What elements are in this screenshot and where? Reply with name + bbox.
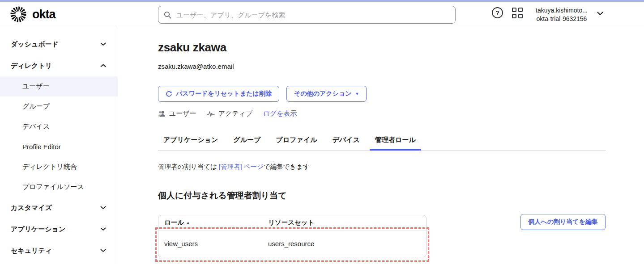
admin-note-suffix: で編集できます xyxy=(264,163,310,170)
admin-page-link[interactable]: [管理者] ページ xyxy=(219,163,264,170)
okta-logo[interactable]: okta xyxy=(10,6,55,23)
okta-burst-icon xyxy=(10,6,27,23)
user-type: ユーザー xyxy=(158,109,196,118)
table-row[interactable]: view_users users_resource xyxy=(158,230,426,257)
chevron-down-icon xyxy=(100,42,106,46)
main-content: zsaku zkawa zsaku.zkawa@atko.email パスワード… xyxy=(119,27,644,264)
sidebar-item-applications[interactable]: アプリケーション xyxy=(0,218,118,240)
user-type-label: ユーザー xyxy=(169,109,196,118)
chevron-down-icon xyxy=(100,249,106,252)
sidebar-item-directory[interactable]: ディレクトリ xyxy=(0,55,118,76)
account-name: takuya.kishimoto... xyxy=(529,6,594,15)
chevron-up-icon xyxy=(100,64,106,67)
user-icon xyxy=(158,110,166,117)
assignments-table: ロール▲ リソースセット view_users users_resource xyxy=(158,215,426,257)
reset-password-button[interactable]: パスワードをリセットまたは削除 xyxy=(158,86,279,102)
sidebar-item-profile-editor[interactable]: Profile Editor xyxy=(0,137,118,157)
account-org: okta-trial-9632156 xyxy=(529,15,594,23)
sidebar-item-customizations[interactable]: カスタマイズ xyxy=(0,197,118,218)
chevron-down-icon xyxy=(100,227,106,231)
caret-down-icon: ▼ xyxy=(355,92,359,96)
view-logs-link[interactable]: ログを表示 xyxy=(263,109,297,118)
refresh-icon xyxy=(166,91,172,97)
chevron-down-icon[interactable] xyxy=(597,12,603,16)
global-search[interactable] xyxy=(158,6,456,24)
user-status-row: ユーザー アクティブ ログを表示 xyxy=(158,109,644,118)
sidebar-item-devices[interactable]: デバイス xyxy=(0,117,118,137)
column-header-role[interactable]: ロール▲ xyxy=(158,218,268,227)
sidebar-item-security[interactable]: セキュリティ xyxy=(0,240,118,261)
user-status: アクティブ xyxy=(207,109,253,118)
sidebar-item-users[interactable]: ユーザー xyxy=(0,76,118,96)
user-email: zsaku.zkawa@atko.email xyxy=(158,63,644,70)
admin-note-prefix: 管理者の割り当ては xyxy=(158,163,219,170)
sidebar-item-profile-sources[interactable]: プロファイルソース xyxy=(0,177,118,197)
assignments-zone: ロール▲ リソースセット view_users users_resource 個… xyxy=(158,215,606,257)
search-icon xyxy=(164,11,171,19)
resource-set-cell: users_resource xyxy=(268,240,314,247)
more-actions-button[interactable]: その他のアクション ▼ xyxy=(286,86,367,102)
edit-individual-assignments-button[interactable]: 個人への割り当てを編集 xyxy=(520,214,606,230)
sidebar-item-dashboard[interactable]: ダッシュボード xyxy=(0,34,118,55)
user-actions-row: パスワードをリセットまたは削除 その他のアクション ▼ xyxy=(158,86,644,102)
okta-wordmark: okta xyxy=(32,8,55,21)
role-cell: view_users xyxy=(158,240,268,247)
section-heading: 個人に付与される管理者割り当て xyxy=(158,190,644,201)
activity-icon xyxy=(207,111,215,117)
chevron-down-icon xyxy=(100,206,106,210)
topbar: okta ? takuya.kishimoto... okta-trial-96… xyxy=(0,2,644,27)
admin-note: 管理者の割り当ては [管理者] ページで編集できます xyxy=(158,163,644,171)
tab-profile[interactable]: プロファイル xyxy=(271,136,323,150)
sidebar-item-groups[interactable]: グループ xyxy=(0,96,118,117)
user-detail-tabs: アプリケーション グループ プロファイル デバイス 管理者ロール xyxy=(158,136,606,151)
apps-grid-icon[interactable] xyxy=(512,8,523,18)
user-status-label: アクティブ xyxy=(218,109,253,118)
column-header-resource-set[interactable]: リソースセット xyxy=(268,218,315,227)
tab-groups[interactable]: グループ xyxy=(228,136,266,150)
page-title: zsaku zkawa xyxy=(158,41,644,54)
tab-devices[interactable]: デバイス xyxy=(327,136,365,150)
search-input[interactable] xyxy=(175,11,450,19)
sidebar: ダッシュボード ディレクトリ ユーザー グループ デバイス Profile Ed… xyxy=(0,27,118,264)
account-menu[interactable]: takuya.kishimoto... okta-trial-9632156 xyxy=(529,6,594,23)
table-header-row: ロール▲ リソースセット xyxy=(158,215,426,230)
help-icon[interactable]: ? xyxy=(492,7,503,18)
tab-applications[interactable]: アプリケーション xyxy=(158,136,223,150)
sort-ascending-icon: ▲ xyxy=(186,221,190,225)
sidebar-item-directory-integrations[interactable]: ディレクトリ統合 xyxy=(0,157,118,177)
tab-admin-roles[interactable]: 管理者ロール xyxy=(370,136,421,150)
